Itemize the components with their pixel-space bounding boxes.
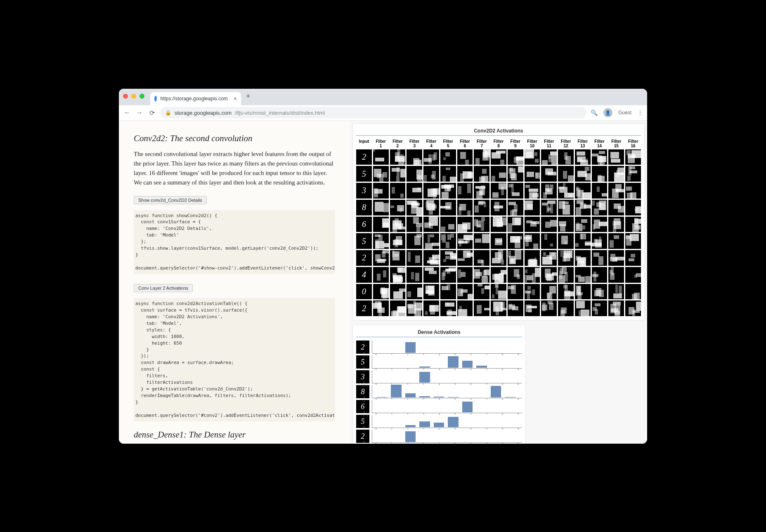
conv-activation-cell [608, 233, 624, 249]
y-tick-label: 1 [363, 399, 365, 402]
conv-activation-cell [508, 200, 523, 215]
conv-activation-cell [508, 183, 523, 199]
conv-activation-cell [390, 149, 406, 165]
conv-activation-cell [423, 217, 439, 232]
conv-activation-cell [390, 166, 406, 182]
conv-column-header: Filter6 [457, 139, 473, 148]
conv-activation-cell [457, 200, 473, 215]
conv-activation-cell [625, 149, 641, 165]
conv-column-header: Filter 14 [592, 139, 608, 148]
conv-column-header: Filter5 [440, 139, 456, 148]
conv-activation-cell [440, 300, 456, 316]
close-window-icon[interactable] [123, 94, 128, 99]
conv-activation-cell [491, 250, 506, 266]
dense-bar-chart: 0.400123456789 [372, 385, 522, 398]
conv-activation-cell [491, 233, 506, 249]
dense-bar [419, 396, 430, 397]
dense-row: 6100123456789 [356, 400, 522, 413]
conv-activation-cell [558, 250, 574, 266]
profile-avatar[interactable]: 👤 [603, 108, 612, 117]
conv-activation-cell [575, 250, 591, 266]
conv-panel-title: Conv2D2 Activations [356, 128, 641, 136]
conv-activation-cell [457, 149, 473, 165]
maximize-window-icon[interactable] [139, 94, 144, 99]
y-tick-label: 0.5 [363, 354, 368, 358]
conv-activation-cell [575, 149, 591, 165]
back-button[interactable]: ← [123, 109, 131, 116]
dense-bar [448, 397, 458, 397]
dense-bar [419, 366, 430, 368]
conv-activation-cell [423, 233, 439, 249]
conv-activation-cell [508, 267, 523, 283]
conv-activation-cell [575, 217, 591, 232]
conv-activation-cell [625, 200, 641, 215]
conv-activation-cell [457, 217, 473, 232]
conv-activation-cell [474, 267, 489, 283]
conv-activation-cell [592, 300, 608, 316]
conv-layer-2-activations-button[interactable]: Conv Layer 2 Activations [134, 284, 193, 292]
conv-activation-cell [423, 250, 439, 266]
tab-close-icon[interactable]: × [234, 95, 237, 102]
conv-activation-cell [541, 149, 557, 165]
dense-bar [434, 397, 444, 397]
conv-activation-cell [575, 183, 591, 199]
conv-activation-cell [608, 200, 624, 215]
conv-activation-cell [575, 200, 591, 215]
conv-column-header: Filter2 [390, 139, 406, 148]
conv-activation-cell [407, 166, 422, 182]
conv-activation-cell [390, 233, 406, 249]
conv-activation-cell [625, 267, 641, 283]
conv-activation-cell [508, 300, 523, 316]
conv-activation-cell [407, 233, 422, 249]
conv-activations-grid: InputFilter1Filter2Filter3Filter4Filter5… [356, 139, 641, 317]
dense-bar [448, 417, 458, 427]
dense-row: 80.400123456789 [356, 385, 522, 398]
show-conv2d2-details-button[interactable]: Show conv2d_Conv2D2 Details [134, 196, 207, 204]
search-icon[interactable]: 🔍 [591, 109, 598, 116]
address-bar[interactable]: 🔒 storage.googleapis.com/tfjs-vis/mnist_… [160, 107, 586, 118]
dense-bar [419, 372, 430, 383]
conv-activation-cell [541, 267, 557, 283]
conv-activation-cell [423, 267, 439, 283]
conv-activation-cell [407, 200, 422, 215]
conv-activation-cell [558, 233, 574, 249]
conv-activation-cell [558, 183, 574, 199]
conv-activation-cell [541, 250, 557, 266]
visor-pane[interactable]: Conv2D2 Activations InputFilter1Filter2F… [350, 121, 647, 444]
conv-activation-cell [373, 300, 389, 316]
conv-activation-cell [390, 200, 406, 215]
menu-icon[interactable]: ⋮ [637, 109, 643, 116]
conv-activation-cell [474, 233, 489, 249]
dense-bar [405, 393, 416, 397]
conv-activation-cell [457, 166, 473, 182]
conv-activation-cell [625, 233, 641, 249]
conv-activation-cell [558, 217, 574, 232]
new-tab-button[interactable]: + [241, 92, 255, 101]
conv-activation-cell [508, 250, 523, 266]
conv-activation-cell [608, 166, 624, 182]
conv-column-header: Filter8 [491, 139, 506, 148]
conv-activation-cell [525, 200, 540, 215]
dense-bar [462, 402, 473, 413]
conv-activation-cell [390, 300, 406, 316]
conv-column-header: Filter4 [423, 139, 439, 148]
conv-activation-cell [558, 284, 574, 300]
tab-title: https://storage.googleapis.com [160, 96, 227, 102]
conv-activation-cell [457, 267, 473, 283]
conv-activation-cell [575, 233, 591, 249]
code-block-conv2d2activationtable: async function conv2d2ActivationTable() … [134, 298, 335, 421]
dense-panel-title: Dense Activations [356, 329, 522, 337]
conv-activation-cell [525, 149, 540, 165]
conv-activation-cell [407, 183, 422, 199]
y-tick-label: 1 [363, 369, 365, 373]
dense-bar [476, 366, 487, 368]
dense-input-digit: 2 [356, 340, 369, 354]
article-pane[interactable]: Conv2d2: The second convolution The seco… [119, 121, 350, 444]
conv-activation-cell [608, 300, 624, 316]
minimize-window-icon[interactable] [131, 94, 136, 99]
conv-activation-cell [625, 217, 641, 232]
dense-bar-chart: 100123456789 [372, 430, 522, 443]
browser-tab[interactable]: https://storage.googleapis.com × [150, 92, 241, 105]
reload-button[interactable]: ⟳ [148, 109, 156, 117]
forward-button[interactable]: → [135, 109, 144, 116]
